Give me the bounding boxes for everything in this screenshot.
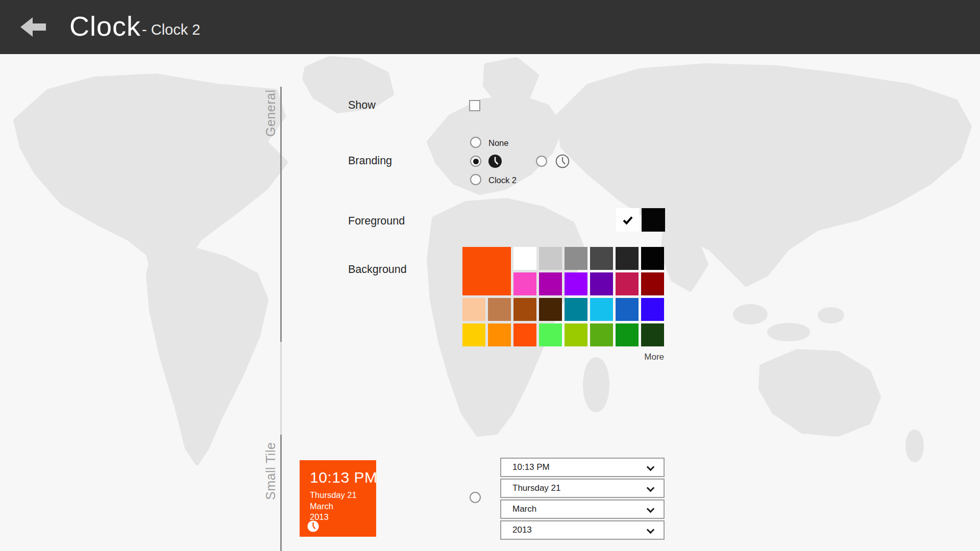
check-icon bbox=[622, 214, 634, 226]
branding-radio-clock2[interactable] bbox=[470, 174, 481, 185]
branding-radio-clock-outline[interactable] bbox=[536, 156, 547, 167]
palette-swatch[interactable] bbox=[641, 272, 664, 295]
small-tile-section-rail bbox=[280, 435, 282, 551]
palette-swatch[interactable] bbox=[513, 272, 536, 295]
palette-swatch[interactable] bbox=[641, 298, 664, 321]
foreground-swatch-black[interactable] bbox=[642, 208, 665, 232]
palette-swatch[interactable] bbox=[590, 323, 613, 346]
day-dropdown[interactable]: Thursday 21 bbox=[500, 479, 665, 498]
year-dropdown-value: 2013 bbox=[512, 525, 532, 535]
branding-radio-clock-filled[interactable] bbox=[470, 156, 481, 167]
small-tile-datetime-radio[interactable] bbox=[470, 492, 481, 503]
time-dropdown[interactable]: 10:13 PM bbox=[500, 458, 665, 477]
year-dropdown[interactable]: 2013 bbox=[500, 520, 665, 540]
branding-radio-none[interactable] bbox=[470, 137, 481, 148]
branding-option-clock2-label: Clock 2 bbox=[488, 176, 517, 185]
palette-swatch[interactable] bbox=[539, 272, 562, 295]
back-arrow-icon bbox=[20, 17, 46, 37]
show-label: Show bbox=[348, 99, 376, 112]
clock-outline-icon[interactable] bbox=[555, 154, 570, 168]
chevron-down-icon bbox=[647, 526, 655, 534]
palette-swatch[interactable] bbox=[513, 247, 536, 270]
palette-swatch[interactable] bbox=[565, 247, 587, 270]
palette-swatch[interactable] bbox=[565, 323, 587, 346]
tile-time-text: 10:13 PM bbox=[310, 469, 371, 486]
section-rail-faint bbox=[280, 342, 282, 435]
foreground-swatch-white[interactable] bbox=[616, 208, 640, 232]
chevron-down-icon bbox=[647, 484, 655, 492]
day-dropdown-value: Thursday 21 bbox=[512, 483, 561, 493]
tile-year-text: 2013 bbox=[310, 512, 371, 523]
app-header: Clock - Clock 2 bbox=[0, 0, 980, 54]
branding-option-none-label: None bbox=[488, 138, 508, 148]
month-dropdown-value: March bbox=[512, 504, 536, 514]
palette-swatch[interactable] bbox=[590, 247, 613, 270]
clock-filled-icon[interactable] bbox=[488, 154, 502, 168]
background-label: Background bbox=[348, 263, 407, 276]
general-section-label: General bbox=[263, 90, 278, 137]
palette-swatch[interactable] bbox=[488, 298, 511, 321]
palette-swatch[interactable] bbox=[462, 323, 485, 346]
page-title: Clock bbox=[69, 10, 141, 42]
palette-swatch[interactable] bbox=[590, 272, 613, 295]
page-subtitle: - Clock 2 bbox=[142, 21, 200, 38]
palette-swatch[interactable] bbox=[539, 298, 562, 321]
chevron-down-icon bbox=[647, 505, 655, 513]
back-button[interactable] bbox=[20, 17, 46, 37]
show-checkbox[interactable] bbox=[469, 100, 480, 111]
palette-swatch[interactable] bbox=[539, 323, 562, 346]
palette-swatch[interactable] bbox=[616, 272, 639, 295]
month-dropdown[interactable]: March bbox=[500, 499, 665, 519]
branding-label: Branding bbox=[348, 155, 392, 167]
chevron-down-icon bbox=[647, 463, 655, 471]
small-tile-section-label: Small Tile bbox=[263, 442, 278, 500]
tile-day-text: Thursday 21 bbox=[310, 490, 371, 501]
palette-swatch[interactable] bbox=[565, 298, 587, 321]
small-tile-preview: 10:13 PM Thursday 21 March 2013 bbox=[300, 460, 376, 537]
more-colors-link[interactable]: More bbox=[644, 352, 664, 362]
palette-swatch[interactable] bbox=[641, 323, 664, 346]
palette-swatch[interactable] bbox=[462, 298, 485, 321]
palette-swatch-selected[interactable] bbox=[462, 247, 511, 295]
palette-swatch[interactable] bbox=[616, 323, 639, 346]
palette-swatch[interactable] bbox=[539, 247, 562, 270]
palette-swatch[interactable] bbox=[488, 323, 511, 346]
foreground-label: Foreground bbox=[348, 215, 405, 228]
palette-swatch[interactable] bbox=[513, 323, 536, 346]
general-section-rail bbox=[280, 87, 282, 342]
palette-swatch[interactable] bbox=[616, 298, 639, 321]
palette-swatch[interactable] bbox=[513, 298, 536, 321]
palette-swatch[interactable] bbox=[590, 298, 613, 321]
palette-swatch[interactable] bbox=[565, 272, 587, 295]
background-color-palette bbox=[462, 247, 664, 346]
tile-month-text: March bbox=[310, 501, 371, 512]
palette-swatch[interactable] bbox=[616, 247, 639, 270]
palette-swatch[interactable] bbox=[641, 247, 664, 270]
time-dropdown-value: 10:13 PM bbox=[512, 462, 550, 472]
tile-clock-icon bbox=[307, 520, 319, 532]
